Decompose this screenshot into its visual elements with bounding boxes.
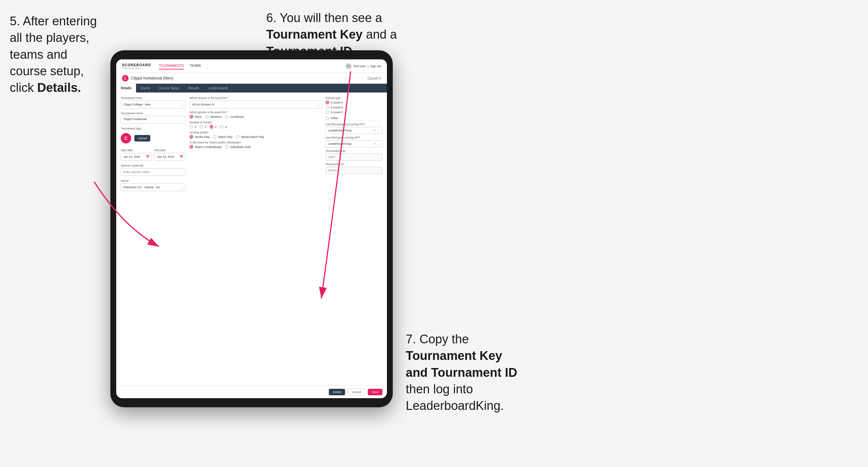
- radio-4[interactable]: [220, 125, 223, 128]
- radio-6count4[interactable]: [326, 105, 329, 109]
- format-6count4[interactable]: 6 count 4: [326, 105, 382, 109]
- annotation-left: 5. After enteringall the players,teams a…: [10, 13, 111, 96]
- tab-course-setup[interactable]: Course Setup: [155, 84, 183, 93]
- page-header-logo: C: [122, 75, 128, 82]
- rounds-4[interactable]: 4: [220, 125, 226, 128]
- third-party-2-label: Use third-party scoring API?: [326, 136, 382, 139]
- format-section: Format type 5 count 4 6 count 4: [326, 96, 382, 174]
- gender-womens[interactable]: Womens: [205, 115, 222, 119]
- radio-other[interactable]: [326, 116, 329, 120]
- left-column: Tournament Host Clippd College - Men Tou…: [121, 96, 186, 382]
- teams-label: Is this event for Teams and/or Individua…: [190, 141, 322, 144]
- middle-section: Which division is the event for? NCAA Di…: [190, 96, 322, 174]
- sign-out-link[interactable]: Sign out: [370, 65, 381, 68]
- tournament-name-input[interactable]: Clippd Invitational: [121, 116, 186, 124]
- sponsor-label: Sponsor (optional): [121, 164, 186, 167]
- tab-details[interactable]: Details: [116, 84, 136, 93]
- save-button[interactable]: Save: [368, 389, 382, 395]
- main-content: Tournament Host Clippd College - Men Tou…: [116, 93, 387, 385]
- start-date-input[interactable]: Jan 21, 2024 📅: [121, 153, 152, 161]
- radio-teams[interactable]: [190, 145, 193, 149]
- start-date-label: Start date: [121, 149, 152, 152]
- chevron-down-icon-2[interactable]: ⌄: [377, 142, 380, 145]
- rounds-2[interactable]: 2: [199, 125, 207, 128]
- tablet-screen: SCOREBOARD Powered by clippd TOURNAMENTS…: [116, 59, 387, 398]
- tournament-id-value: 302051: [326, 167, 382, 174]
- annotation-top-right: 6. You will then see aTournament Key and…: [266, 10, 461, 60]
- sponsor-group: Sponsor (optional): [121, 164, 186, 176]
- gender-options: Mens Womens Combined: [190, 115, 322, 119]
- tournament-key-section: Tournament Key 6efb7 Tournament ID 30205…: [326, 149, 382, 174]
- page-header-title: Clippd Invitational (Men): [131, 76, 368, 81]
- radio-individuals[interactable]: [225, 145, 228, 149]
- third-party-1-input[interactable]: Leaderboard King ✕ ⌄: [326, 127, 382, 134]
- nav-logo-sub: Powered by clippd: [122, 67, 151, 69]
- right-column: Which division is the event for? NCAA Di…: [190, 96, 382, 382]
- nav-link-tournaments[interactable]: TOURNAMENTS: [159, 63, 184, 69]
- tab-results[interactable]: Results: [183, 84, 203, 93]
- radio-6count5[interactable]: [326, 110, 329, 114]
- gender-combined[interactable]: Combined: [225, 115, 244, 119]
- individuals-only[interactable]: Individuals Only: [225, 145, 251, 149]
- logo-preview: C: [121, 133, 131, 144]
- gender-mens[interactable]: Mens: [190, 115, 202, 119]
- clear-icon-1[interactable]: ✕: [373, 129, 376, 132]
- tabs-bar: Details Teams Course Setup Results Leade…: [116, 84, 387, 93]
- third-party-2-input[interactable]: Leaderboard King ✕ ⌄: [326, 140, 382, 147]
- radio-1[interactable]: [190, 125, 193, 128]
- right-top-panels: Which division is the event for? NCAA Di…: [190, 96, 382, 174]
- format-type-group: Format type 5 count 4 6 count 4: [326, 96, 382, 120]
- format-5count4[interactable]: 5 count 4: [326, 101, 382, 104]
- tab-leaderboards[interactable]: Leaderboards: [204, 84, 233, 93]
- radio-stroke[interactable]: [190, 135, 193, 138]
- teams-plus-individuals[interactable]: Teams (+Individuals): [190, 145, 222, 149]
- third-party-1-label: Use third-party live scoring API?: [326, 123, 382, 126]
- rounds-1[interactable]: 1: [190, 125, 196, 128]
- chevron-down-icon-1[interactable]: ⌄: [377, 129, 380, 132]
- radio-mens[interactable]: [190, 115, 193, 119]
- upload-button[interactable]: Upload: [134, 135, 150, 142]
- radio-match[interactable]: [213, 135, 217, 138]
- venue-input[interactable]: Peachtree GC - Atlanta - GA: [121, 183, 186, 191]
- tournament-name-group: Tournament name Clippd Invitational: [121, 112, 186, 124]
- tournament-id-group: Tournament ID 302051: [326, 163, 382, 174]
- radio-medal[interactable]: [236, 135, 240, 138]
- tournament-id-label: Tournament ID: [326, 163, 382, 166]
- cancel-bottom-button[interactable]: Cancel: [348, 388, 365, 396]
- division-label: Which division is the event for?: [190, 96, 322, 100]
- radio-womens[interactable]: [205, 115, 209, 119]
- rounds-3[interactable]: 3: [210, 125, 217, 128]
- input-actions-1: ✕ ⌄: [373, 129, 380, 132]
- division-group: Which division is the event for? NCAA Di…: [190, 96, 322, 108]
- scoring-label: Scoring system: [190, 131, 322, 134]
- rounds-group: Number of rounds 1 2: [190, 121, 322, 128]
- scoring-stroke[interactable]: Stroke Play: [190, 135, 210, 138]
- format-6count5[interactable]: 6 count 5: [326, 110, 382, 114]
- delete-button[interactable]: Delete: [329, 389, 345, 395]
- scoring-match[interactable]: Match Play: [213, 135, 233, 138]
- venue-group: Venue Peachtree GC - Atlanta - GA: [121, 179, 186, 191]
- tournament-host-input[interactable]: Clippd College - Men: [121, 101, 186, 108]
- format-options: 5 count 4 6 count 4 6 count 5: [326, 101, 382, 114]
- divider: [326, 120, 382, 121]
- clear-icon-2[interactable]: ✕: [373, 142, 376, 145]
- rounds-options: 1 2 3: [190, 125, 322, 128]
- end-date-label: End date: [155, 149, 186, 152]
- division-input[interactable]: NCAA Division III: [190, 101, 322, 108]
- avatar: TU: [346, 63, 351, 69]
- sponsor-input[interactable]: [121, 168, 186, 176]
- radio-combined[interactable]: [225, 115, 228, 119]
- cancel-button[interactable]: Cancel ✕: [368, 76, 381, 80]
- nav-link-teams[interactable]: TEAMS: [190, 63, 201, 69]
- radio-5count4[interactable]: [326, 101, 329, 104]
- radio-3[interactable]: [210, 125, 213, 128]
- tournament-logo-label: Tournament logo: [121, 127, 186, 130]
- nav-logo-title: SCOREBOARD: [122, 63, 151, 67]
- tab-teams[interactable]: Teams: [136, 84, 155, 93]
- end-date-input[interactable]: Jan 23, 2024 📅: [155, 153, 186, 161]
- scoring-medal-match[interactable]: Medal Match Play: [236, 135, 265, 138]
- radio-2[interactable]: [199, 125, 203, 128]
- rounds-label: Number of rounds: [190, 121, 322, 124]
- start-date-group: Start date Jan 21, 2024 📅: [121, 149, 152, 161]
- gender-group: Which gender is the event for? Mens Wome…: [190, 111, 322, 119]
